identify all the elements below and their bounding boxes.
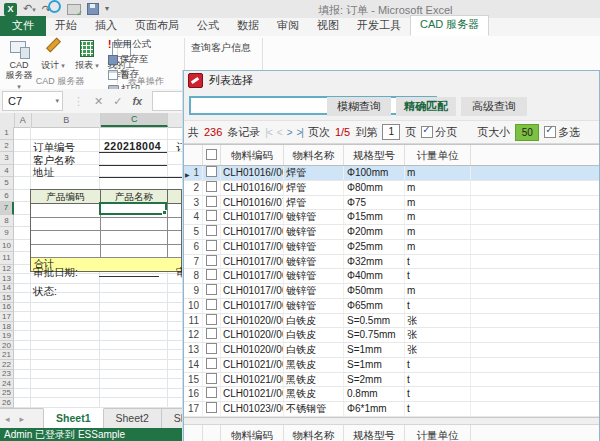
- row-header-4[interactable]: 4: [0, 165, 14, 178]
- query-customer-info-button[interactable]: 查询客户信息: [187, 39, 255, 57]
- header-material-name[interactable]: 物料名称: [284, 145, 344, 165]
- row-checkbox[interactable]: [206, 402, 217, 413]
- row-header-12[interactable]: 12: [0, 265, 14, 275]
- tab-数据[interactable]: 数据: [228, 16, 268, 36]
- material-row[interactable]: 5 CLH01017//002 镀锌管 Φ20mm m: [184, 225, 599, 240]
- tab-审阅[interactable]: 审阅: [268, 16, 308, 36]
- row-header-9[interactable]: 9: [0, 227, 14, 240]
- row-header-19[interactable]: 19: [0, 331, 14, 341]
- row-checkbox[interactable]: [206, 240, 217, 251]
- row-header-3[interactable]: 3: [0, 152, 14, 165]
- row-checkbox[interactable]: [206, 196, 217, 207]
- row-checkbox[interactable]: [206, 314, 217, 325]
- enter-formula-icon[interactable]: ✓: [113, 95, 122, 108]
- insert-function-icon[interactable]: fx: [132, 95, 142, 107]
- row-checkbox[interactable]: [206, 284, 217, 295]
- material-row[interactable]: 10 CLH01017//007 镀锌管 Φ65mm t: [184, 299, 599, 314]
- row-header-2[interactable]: 2: [0, 140, 14, 153]
- tab-开始[interactable]: 开始: [46, 16, 86, 36]
- row-header-1[interactable]: 1: [0, 127, 14, 140]
- tab-插入[interactable]: 插入: [86, 16, 126, 36]
- save-to-button[interactable]: 保存至: [108, 53, 149, 66]
- product-cell[interactable]: [31, 231, 101, 244]
- material-row[interactable]: ▶1 CLH01016//008 焊管 Φ100mm m: [184, 166, 599, 181]
- product-cell[interactable]: [101, 218, 168, 231]
- header-material-code[interactable]: 物料编码: [221, 145, 284, 165]
- row-header-25[interactable]: 25: [0, 389, 14, 399]
- prev-page-icon[interactable]: <: [277, 127, 282, 138]
- row-checkbox[interactable]: [206, 225, 217, 236]
- row-checkbox[interactable]: [206, 343, 217, 354]
- row-header-23[interactable]: 23: [0, 370, 14, 380]
- col-header-A[interactable]: A: [15, 113, 32, 127]
- product-cell[interactable]: [31, 245, 101, 258]
- product-cell[interactable]: [101, 231, 168, 244]
- product-cell[interactable]: [101, 245, 168, 258]
- first-page-icon[interactable]: |<: [265, 127, 271, 138]
- select-all-checkbox[interactable]: [206, 149, 217, 160]
- row-header-10[interactable]: 10: [0, 240, 14, 253]
- tab-文件[interactable]: 文件: [0, 16, 46, 36]
- tab-公式[interactable]: 公式: [188, 16, 228, 36]
- row-checkbox[interactable]: [206, 255, 217, 266]
- tab-CAD 服务器[interactable]: CAD 服务器: [410, 15, 489, 36]
- active-cell-C7[interactable]: [99, 202, 167, 215]
- header-unit[interactable]: 计量单位: [405, 145, 471, 165]
- cancel-formula-icon[interactable]: ✕: [94, 95, 103, 108]
- product-cell[interactable]: [31, 204, 101, 217]
- paging-checkbox[interactable]: [421, 126, 433, 138]
- tab-视图[interactable]: 视图: [308, 16, 348, 36]
- apply-formula-button[interactable]: ! 应用公式: [108, 38, 151, 51]
- row-header-22[interactable]: 22: [0, 360, 14, 370]
- advanced-query-button[interactable]: 高级查询: [461, 97, 527, 116]
- qat-customize-icon[interactable]: ▾: [105, 3, 109, 15]
- row-checkbox[interactable]: [206, 328, 217, 339]
- name-box[interactable]: C7▾: [2, 91, 63, 111]
- col-header-C[interactable]: C: [101, 113, 168, 127]
- row-header-5[interactable]: 5: [0, 177, 14, 190]
- next-page-icon[interactable]: >: [287, 127, 292, 138]
- material-row[interactable]: 7 CLH01017//004 镀锌管 Φ32mm t: [184, 255, 599, 270]
- row-header-8[interactable]: 8: [0, 215, 14, 228]
- last-page-icon[interactable]: >|: [296, 127, 302, 138]
- row-checkbox[interactable]: [206, 166, 217, 177]
- row-header-6[interactable]: 6: [0, 190, 14, 203]
- undo-icon[interactable]: ↶▾: [23, 2, 36, 16]
- row-checkbox[interactable]: [206, 358, 217, 369]
- material-row[interactable]: 12 CLH01020//002 白铁皮 S=0.75mm 张: [184, 328, 599, 343]
- material-row[interactable]: 13 CLH01020//003 白铁皮 S=1mm 张: [184, 343, 599, 358]
- sheet-tab-1[interactable]: Sheet1: [43, 408, 103, 429]
- row-header-14[interactable]: 14: [0, 284, 14, 294]
- pagesize-value[interactable]: 50: [515, 124, 539, 141]
- tab-开发工具[interactable]: 开发工具: [348, 16, 410, 36]
- excel-logo-icon[interactable]: X: [4, 3, 17, 16]
- material-row[interactable]: 8 CLH01017//005 镀锌管 Φ40mm t: [184, 269, 599, 284]
- sheet-nav-right-icon[interactable]: ▸: [15, 409, 30, 429]
- row-checkbox[interactable]: [206, 181, 217, 192]
- material-row[interactable]: 3 CLH01016//075 焊管 Φ75 m: [184, 196, 599, 211]
- mail-check-icon[interactable]: [67, 4, 81, 15]
- product-cell[interactable]: [31, 218, 101, 231]
- row-header-24[interactable]: 24: [0, 379, 14, 389]
- row-header-21[interactable]: 21: [0, 350, 14, 360]
- row-header-16[interactable]: 16: [0, 303, 14, 313]
- row-header-11[interactable]: 11: [0, 252, 14, 265]
- row-header-26[interactable]: 26: [0, 398, 14, 408]
- material-row[interactable]: 6 CLH01017//003 镀锌管 Φ25mm m: [184, 240, 599, 255]
- namebox-dropdown-icon[interactable]: ▾: [55, 97, 62, 105]
- material-row[interactable]: 14 CLH01021//001 黑铁皮 S=1mm t: [184, 358, 599, 373]
- goto-page-input[interactable]: 1: [382, 124, 400, 140]
- fuzzy-query-button[interactable]: 模糊查询: [327, 97, 391, 116]
- exact-match-button[interactable]: 精确匹配: [396, 97, 456, 116]
- select-all-corner[interactable]: [0, 113, 15, 127]
- address-field[interactable]: [99, 164, 183, 178]
- row-header-7[interactable]: 7: [0, 202, 14, 215]
- col-header-B[interactable]: B: [32, 113, 102, 127]
- material-row[interactable]: 17 CLH01023//001 不锈钢管 Φ6*1mm t: [184, 402, 599, 417]
- row-checkbox[interactable]: [206, 373, 217, 384]
- header-spec-model[interactable]: 规格型号: [344, 145, 405, 165]
- material-row[interactable]: 16 CLH01021//003 黑铁皮 0.8mm t: [184, 387, 599, 402]
- approval-date-field[interactable]: [99, 264, 159, 277]
- row-header-18[interactable]: 18: [0, 322, 14, 332]
- dialog-title-bar[interactable]: 列表选择: [184, 71, 599, 90]
